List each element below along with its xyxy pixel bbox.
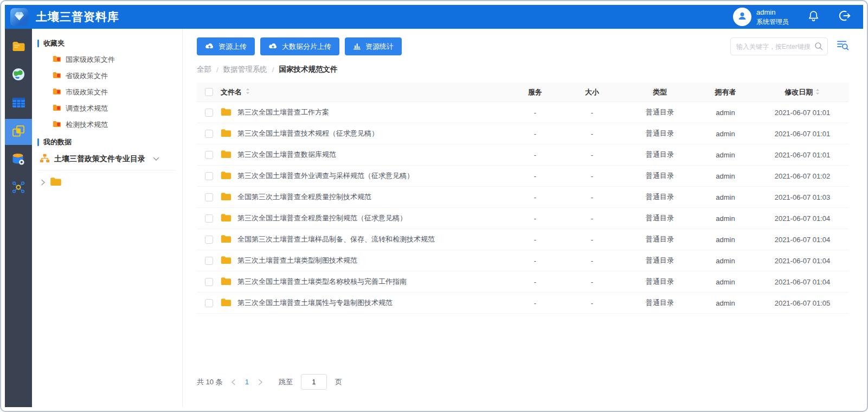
tree-item-label: 省级政策文件 xyxy=(66,71,108,81)
page-number-1[interactable]: 1 xyxy=(244,378,250,386)
user-menu[interactable]: admin 系统管理员 xyxy=(733,8,789,26)
tree-folder-icon xyxy=(53,55,61,64)
cell-size: - xyxy=(560,193,625,201)
search-icon[interactable] xyxy=(814,42,823,53)
file-name[interactable]: 全国第三次土壤普查全程质量控制技术规范 xyxy=(237,192,371,202)
mydata-section: 我的数据 xyxy=(37,137,176,147)
file-name[interactable]: 第三次土壤普查土壤类型制图技术规范 xyxy=(237,256,357,265)
advanced-search-icon[interactable] xyxy=(837,40,849,53)
rail-item-files[interactable] xyxy=(5,34,32,60)
notifications-button[interactable] xyxy=(807,10,820,24)
cell-modified: 2021-06-07 01:01 xyxy=(756,109,849,117)
org-chart-icon xyxy=(40,154,50,164)
catalog-tree-root[interactable]: 土壤三普政策文件专业目录 xyxy=(40,154,176,164)
table-row[interactable]: 第三次全国土壤普查技术规程（征求意见稿） - - 普通目录 admin 2021… xyxy=(197,123,849,144)
row-checkbox[interactable] xyxy=(205,193,213,201)
table-row[interactable]: 第三次土壤普查土壤类型制图技术规范 - - 普通目录 admin 2021-06… xyxy=(197,250,849,271)
rail-item-database[interactable] xyxy=(5,147,32,173)
tree-item-favorite-folder[interactable]: 检测技术规范 xyxy=(37,117,176,133)
prev-page-button[interactable] xyxy=(231,379,236,385)
breadcrumb-item[interactable]: 全部 / xyxy=(197,65,218,74)
table-row[interactable]: 第三次全国土壤普查工作方案 - - 普通目录 admin 2021-06-07 … xyxy=(197,102,849,123)
node-folder-icon xyxy=(50,177,62,188)
column-header-owner[interactable]: 拥有者 xyxy=(695,87,756,97)
file-name[interactable]: 第三次全国土壤普查全程质量控制规范（征求意见稿） xyxy=(237,213,407,223)
tree-item-favorite-folder[interactable]: 省级政策文件 xyxy=(37,68,176,84)
row-folder-icon xyxy=(221,234,232,245)
sort-icon[interactable] xyxy=(245,88,250,96)
select-all-checkbox[interactable] xyxy=(205,88,213,96)
column-header-modified[interactable]: 修改日期 xyxy=(756,87,849,97)
rail-item-network[interactable] xyxy=(5,175,32,201)
table-row[interactable]: 第三次全国土壤普查外业调查与采样规范（征求意见稿） - - 普通目录 admin… xyxy=(197,166,849,187)
big-data-chunk-upload-button[interactable]: 大数据分片上传 xyxy=(260,37,339,55)
user-role: 系统管理员 xyxy=(756,17,789,26)
row-checkbox[interactable] xyxy=(205,109,213,117)
column-header-service[interactable]: 服务 xyxy=(511,87,560,97)
catalog-collapsed-node[interactable] xyxy=(37,170,176,188)
tree-folder-icon xyxy=(53,104,61,113)
cell-size: - xyxy=(560,109,625,117)
row-checkbox[interactable] xyxy=(205,214,213,223)
file-name[interactable]: 第三次全国土壤普查外业调查与采样规范（征求意见稿） xyxy=(237,171,414,181)
breadcrumb: 全部 / 数据管理系统 / 国家技术规范文件 / xyxy=(197,65,849,74)
sort-icon[interactable] xyxy=(815,88,820,96)
user-avatar-icon xyxy=(737,10,748,23)
search-input[interactable] xyxy=(730,37,828,55)
row-checkbox[interactable] xyxy=(205,299,213,307)
cell-size: - xyxy=(560,299,625,307)
section-accent-bar xyxy=(37,40,39,47)
tree-item-favorite-folder[interactable]: 国家级政策文件 xyxy=(37,52,176,68)
breadcrumb-item[interactable]: 国家技术规范文件 / xyxy=(279,65,338,74)
cell-modified: 2021-06-07 01:04 xyxy=(756,257,849,265)
row-checkbox[interactable] xyxy=(205,278,213,286)
file-name[interactable]: 第三次全国土壤普查工作方案 xyxy=(237,107,329,117)
row-checkbox[interactable] xyxy=(205,236,213,244)
table-row[interactable]: 第三次全国土壤普查土壤类型名称校核与完善工作指南 - - 普通目录 admin … xyxy=(197,271,849,293)
table-row[interactable]: 全国第三次土壤普查土壤样品制备、保存、流转和检测技术规范 - - 普通目录 ad… xyxy=(197,229,849,250)
cell-type: 普通目录 xyxy=(625,234,695,244)
table-row[interactable]: 第三次全国土壤普查全程质量控制规范（征求意见稿） - - 普通目录 admin … xyxy=(197,208,849,229)
cell-size: - xyxy=(560,278,625,286)
table-row[interactable]: 全国第三次土壤普查全程质量控制技术规范 - - 普通目录 admin 2021-… xyxy=(197,187,849,208)
tree-item-favorite-folder[interactable]: 市级政策文件 xyxy=(37,84,176,100)
avatar xyxy=(733,8,751,26)
resource-stats-button[interactable]: 资源统计 xyxy=(345,37,402,55)
pagination: 共 10 条 1 跳至 页 xyxy=(197,374,849,390)
rail-item-map[interactable] xyxy=(5,62,32,88)
file-name[interactable]: 第三次全国土壤普查技术规程（征求意见稿） xyxy=(237,129,378,138)
row-folder-icon xyxy=(221,298,232,308)
column-header-name[interactable]: 文件名 xyxy=(221,87,242,97)
cell-modified: 2021-06-07 01:05 xyxy=(756,299,849,307)
file-name[interactable]: 全国第三次土壤普查土壤样品制备、保存、流转和检测技术规范 xyxy=(237,234,435,244)
column-header-type[interactable]: 类型 xyxy=(625,87,695,97)
next-page-button[interactable] xyxy=(258,379,263,385)
row-checkbox[interactable] xyxy=(205,172,213,180)
main-content: 资源上传 大数据分片上传 资源统计 xyxy=(183,29,863,407)
row-folder-icon xyxy=(221,213,232,224)
cell-size: - xyxy=(560,236,625,244)
file-name[interactable]: 第三次全国土壤普查土壤属性与专题制图技术规范 xyxy=(237,298,393,308)
file-name[interactable]: 第三次全国土壤普查土壤类型名称校核与完善工作指南 xyxy=(237,277,407,287)
row-checkbox[interactable] xyxy=(205,257,213,265)
table-row[interactable]: 第三次全国土壤普查数据库规范 - - 普通目录 admin 2021-06-07… xyxy=(197,144,849,166)
resource-upload-button[interactable]: 资源上传 xyxy=(197,37,255,55)
table-row[interactable]: 第三次全国土壤普查土壤属性与专题制图技术规范 - - 普通目录 admin 20… xyxy=(197,293,849,314)
cloud-upload-icon xyxy=(205,42,214,51)
column-header-size[interactable]: 大小 xyxy=(560,87,625,97)
logout-icon xyxy=(838,9,851,24)
chevron-down-icon[interactable] xyxy=(153,155,159,163)
rail-item-datatable[interactable] xyxy=(5,91,32,117)
jump-page-input[interactable] xyxy=(301,374,327,390)
row-checkbox[interactable] xyxy=(205,130,213,138)
rail-item-resources-active[interactable] xyxy=(5,119,32,145)
row-checkbox[interactable] xyxy=(205,151,213,159)
cell-modified: 2021-06-07 01:01 xyxy=(756,130,849,138)
resource-stats-label: 资源统计 xyxy=(365,42,394,52)
file-name[interactable]: 第三次全国土壤普查数据库规范 xyxy=(237,150,336,160)
logout-button[interactable] xyxy=(838,9,851,24)
cell-type: 普通目录 xyxy=(625,150,695,160)
row-folder-icon xyxy=(221,256,232,266)
breadcrumb-item[interactable]: 数据管理系统 / xyxy=(223,65,274,74)
tree-item-favorite-folder[interactable]: 调查技术规范 xyxy=(37,100,176,117)
